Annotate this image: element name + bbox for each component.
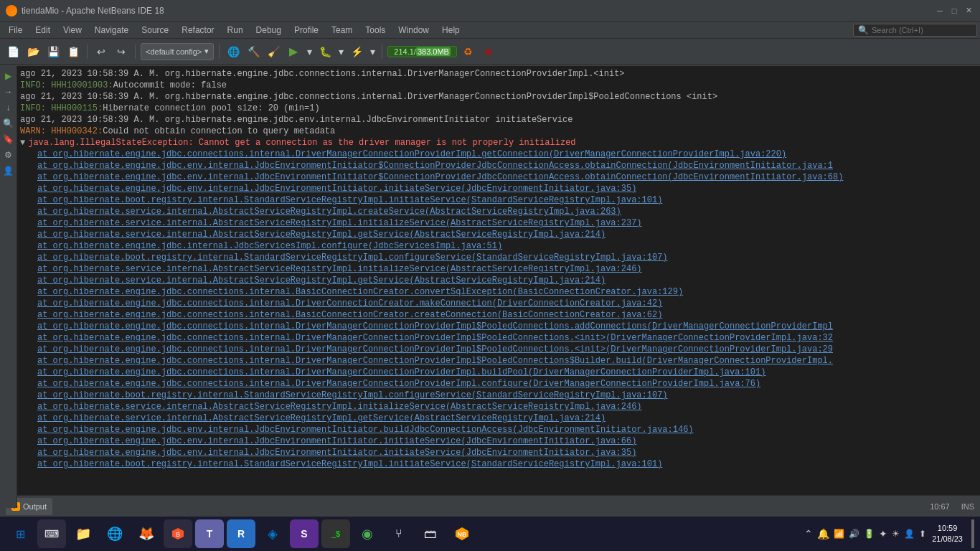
menu-window[interactable]: Window (392, 24, 435, 37)
menu-file[interactable]: File (3, 24, 28, 37)
menu-tools[interactable]: Tools (359, 24, 391, 37)
search-input[interactable] (872, 26, 972, 34)
gc-button[interactable]: ♻ (460, 43, 477, 60)
bookmark-icon[interactable]: 🔖 (1, 132, 16, 146)
menu-refactor[interactable]: Refactor (176, 24, 220, 37)
collapse-icon[interactable]: ▼ (20, 138, 25, 148)
taskbar-netbeans[interactable]: NB (448, 519, 476, 548)
taskbar-terminal[interactable]: ⌨ (37, 519, 66, 548)
stack-trace-link[interactable]: at org.hibernate.engine.jdbc.internal.Jd… (37, 241, 502, 251)
clock[interactable]: 10:59 21/08/23 (932, 523, 963, 545)
volume-icon[interactable]: 🔊 (849, 529, 859, 539)
user-tray-icon[interactable]: 👤 (904, 529, 915, 539)
stack-trace-link[interactable]: at org.hibernate.service.internal.Abstra… (37, 264, 642, 274)
stack-trace-link[interactable]: at org.hibernate.engine.jdbc.connections… (37, 287, 683, 297)
window-controls[interactable]: ─ □ ✕ (934, 5, 974, 17)
stack-trace-link[interactable]: at org.hibernate.engine.jdbc.env.interna… (37, 172, 843, 182)
bluetooth-icon[interactable]: ✦ (879, 528, 887, 540)
open-project-button[interactable]: 📂 (24, 43, 42, 60)
menu-profile[interactable]: Profile (288, 24, 324, 37)
taskbar-r[interactable]: R (227, 519, 255, 548)
undo-button[interactable]: ↩ (93, 43, 110, 60)
stack-trace-link[interactable]: at org.hibernate.engine.jdbc.connections… (37, 367, 765, 377)
stack-trace-link[interactable]: at org.hibernate.service.internal.Abstra… (37, 413, 606, 423)
maximize-button[interactable]: □ (948, 5, 960, 17)
config-dropdown[interactable]: <default config> ▾ (141, 43, 214, 60)
taskbar-stackedit[interactable]: S (290, 519, 319, 548)
menu-help[interactable]: Help (436, 24, 466, 37)
stack-trace-link[interactable]: at org.hibernate.engine.jdbc.env.interna… (37, 448, 636, 458)
minimize-button[interactable]: ─ (934, 5, 946, 17)
menu-run[interactable]: Run (222, 24, 249, 37)
profile-button[interactable]: ⚡ (348, 43, 365, 60)
menu-team[interactable]: Team (326, 24, 358, 37)
clean-build-button[interactable]: 🧹 (265, 43, 282, 60)
taskbar-db[interactable]: 🗃 (416, 519, 445, 548)
start-button[interactable]: ⊞ (6, 519, 34, 548)
stack-trace-link[interactable]: at org.hibernate.engine.jdbc.connections… (37, 310, 662, 320)
globe-icon[interactable]: 🌐 (225, 43, 242, 60)
stack-trace-link[interactable]: at org.hibernate.engine.jdbc.connections… (37, 321, 833, 331)
taskbar-brave[interactable]: B (164, 519, 192, 548)
stack-trace-link[interactable]: at org.hibernate.engine.jdbc.connections… (37, 379, 760, 389)
stack-trace-link[interactable]: at org.hibernate.service.internal.Abstra… (37, 218, 642, 228)
stack-trace-link[interactable]: at org.hibernate.engine.jdbc.connections… (37, 344, 833, 354)
stack-trace-link[interactable]: at org.hibernate.boot.registry.internal.… (37, 390, 668, 400)
save-button[interactable]: 💾 (44, 43, 62, 60)
build-button[interactable]: 🔨 (245, 43, 262, 60)
debug-dropdown[interactable]: ▾ (336, 43, 345, 60)
run-button[interactable]: ▶ (285, 43, 302, 60)
redo-button[interactable]: ↪ (113, 43, 130, 60)
brightness-icon[interactable]: ☀ (892, 529, 900, 539)
debug-button[interactable]: 🐛 (316, 43, 334, 60)
menu-debug[interactable]: Debug (250, 24, 287, 37)
taskbar-explorer[interactable]: 🌐 (100, 519, 129, 548)
stack-trace-link[interactable]: at org.hibernate.engine.jdbc.connections… (37, 149, 786, 159)
user-icon[interactable]: 👤 (1, 164, 16, 178)
taskbar-teams[interactable]: T (195, 519, 224, 548)
stack-trace-link[interactable]: at org.hibernate.engine.jdbc.env.interna… (37, 436, 636, 446)
menu-edit[interactable]: Edit (29, 24, 56, 37)
taskbar-unknown[interactable]: ◉ (353, 519, 382, 548)
bell-icon[interactable]: 🔔 (817, 528, 829, 540)
menu-source[interactable]: Source (136, 24, 174, 37)
stack-trace-link[interactable]: at org.hibernate.engine.jdbc.env.interna… (37, 184, 636, 194)
taskbar-firefox[interactable]: 🦊 (132, 519, 161, 548)
stack-trace-link[interactable]: at org.hibernate.boot.registry.internal.… (37, 195, 662, 205)
menu-view[interactable]: View (57, 24, 88, 37)
save-all-button[interactable]: 📋 (65, 43, 82, 60)
stack-trace-link[interactable]: at org.hibernate.service.internal.Abstra… (37, 402, 642, 412)
battery-icon[interactable]: 🔋 (864, 529, 875, 539)
stack-trace-link[interactable]: at org.hibernate.boot.registry.internal.… (37, 459, 662, 469)
force-gc-button[interactable]: ⊗ (480, 43, 497, 60)
step-over-icon[interactable]: → (1, 85, 16, 99)
find-icon[interactable]: 🔍 (1, 116, 16, 131)
stack-trace-link[interactable]: at org.hibernate.engine.jdbc.env.interna… (37, 161, 833, 171)
new-project-button[interactable]: 📄 (4, 43, 22, 60)
taskbar-terminal2[interactable]: _$ (321, 519, 350, 548)
stack-trace-link[interactable]: at org.hibernate.engine.jdbc.connections… (37, 333, 833, 343)
upload-icon[interactable]: ⬆ (919, 529, 926, 539)
taskbar-files[interactable]: 📁 (69, 519, 98, 548)
menu-navigate[interactable]: Navigate (89, 24, 134, 37)
stack-trace-link[interactable]: at org.hibernate.engine.jdbc.env.interna… (37, 425, 694, 435)
tray-arrow[interactable]: ⌃ (804, 528, 813, 540)
run-sidebar-icon[interactable]: ▶ (1, 69, 16, 83)
stack-trace-link[interactable]: at org.hibernate.boot.registry.internal.… (37, 253, 668, 263)
show-desktop-button[interactable] (971, 519, 974, 548)
stack-trace-link[interactable]: at org.hibernate.service.internal.Abstra… (37, 207, 621, 217)
taskbar-github[interactable]: ⑂ (385, 519, 413, 548)
network-icon[interactable]: 📶 (834, 529, 844, 539)
run-dropdown[interactable]: ▾ (305, 43, 314, 60)
output-panel[interactable]: ago 21, 2023 10:58:39 A. M. org.hibernat… (17, 66, 980, 495)
stack-trace-link[interactable]: at org.hibernate.engine.jdbc.connections… (37, 356, 833, 366)
stack-trace-link[interactable]: at org.hibernate.service.internal.Abstra… (37, 276, 606, 286)
settings-icon[interactable]: ⚙ (1, 148, 16, 162)
step-into-icon[interactable]: ↓ (1, 100, 16, 115)
profile-dropdown[interactable]: ▾ (368, 43, 377, 60)
search-box[interactable]: 🔍 (853, 24, 977, 37)
stack-trace-link[interactable]: at org.hibernate.engine.jdbc.connections… (37, 298, 662, 309)
stack-trace-link[interactable]: at org.hibernate.service.internal.Abstra… (37, 230, 606, 240)
taskbar-vscode[interactable]: ◈ (258, 519, 287, 548)
close-button[interactable]: ✕ (963, 5, 974, 17)
